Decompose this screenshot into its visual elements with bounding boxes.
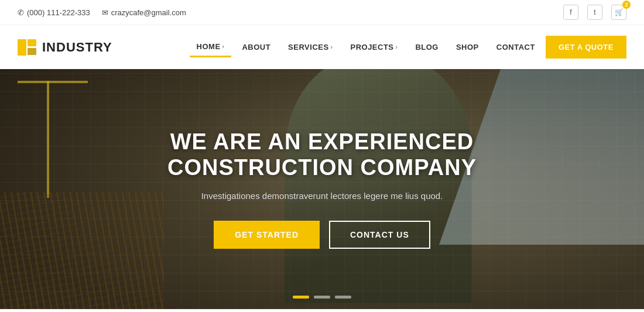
nav-blog[interactable]: BLOG	[408, 38, 446, 56]
get-started-label: GET STARTED	[235, 230, 299, 239]
nav-shop[interactable]: SHOP	[449, 38, 486, 56]
phone-number: (000) 111-222-333	[27, 8, 90, 17]
services-chevron: ›	[331, 44, 333, 50]
slider-dot-1[interactable]	[293, 296, 309, 299]
get-quote-button[interactable]: GET A QUOTE	[546, 36, 626, 59]
nav-shop-label: SHOP	[456, 43, 479, 52]
logo[interactable]: INDUSTRY	[18, 39, 112, 56]
slider-dot-3[interactable]	[335, 296, 351, 299]
email-info: ✉ crazycafe@gmail.com	[102, 8, 186, 17]
hero-content: WE ARE AN EXPERIENCED CONSTRUCTION COMPA…	[123, 129, 521, 249]
get-started-button[interactable]: GET STARTED	[214, 221, 320, 249]
nav-blog-label: BLOG	[415, 43, 439, 52]
hero-section: WE ARE AN EXPERIENCED CONSTRUCTION COMPA…	[0, 69, 644, 309]
cart-button[interactable]: 🛒 2	[611, 5, 626, 20]
get-quote-label: GET A QUOTE	[559, 43, 614, 52]
email-address: crazycafe@gmail.com	[111, 8, 186, 17]
main-nav: HOME › ABOUT SERVICES › PROJECTS › BLOG …	[190, 36, 626, 59]
top-bar: ✆ (000) 111-222-333 ✉ crazycafe@gmail.co…	[0, 0, 644, 25]
nav-projects[interactable]: PROJECTS ›	[343, 38, 405, 56]
nav-contact-label: CONTACT	[496, 43, 535, 52]
home-chevron: ›	[222, 43, 225, 50]
top-bar-right: f t 🛒 2	[563, 5, 626, 20]
email-icon: ✉	[102, 8, 108, 17]
hero-subtitle: Investigationes demonstraverunt lectores…	[135, 191, 509, 201]
cart-badge: 2	[622, 1, 631, 9]
top-bar-left: ✆ (000) 111-222-333 ✉ crazycafe@gmail.co…	[18, 8, 186, 17]
facebook-link[interactable]: f	[563, 5, 578, 20]
phone-info: ✆ (000) 111-222-333	[18, 8, 90, 17]
nav-services-label: SERVICES	[288, 43, 329, 52]
nav-about[interactable]: ABOUT	[235, 38, 278, 56]
twitter-link[interactable]: t	[587, 5, 602, 20]
contact-us-label: CONTACT US	[350, 230, 409, 239]
slider-dots	[293, 296, 351, 299]
nav-home[interactable]: HOME ›	[190, 37, 232, 57]
nav-home-label: HOME	[197, 42, 221, 51]
logo-icon	[18, 39, 36, 56]
nav-services[interactable]: SERVICES ›	[281, 38, 340, 56]
nav-about-label: ABOUT	[242, 43, 270, 52]
nav-projects-label: PROJECTS	[350, 43, 393, 52]
header: INDUSTRY HOME › ABOUT SERVICES › PROJECT…	[0, 25, 644, 69]
nav-contact[interactable]: CONTACT	[489, 38, 542, 56]
hero-title: WE ARE AN EXPERIENCED CONSTRUCTION COMPA…	[135, 129, 509, 180]
logo-text: INDUSTRY	[42, 40, 112, 55]
hero-buttons: GET STARTED CONTACT US	[135, 221, 509, 249]
contact-us-button[interactable]: CONTACT US	[329, 221, 430, 249]
projects-chevron: ›	[396, 44, 398, 50]
slider-dot-2[interactable]	[314, 296, 330, 299]
phone-icon: ✆	[18, 8, 24, 17]
